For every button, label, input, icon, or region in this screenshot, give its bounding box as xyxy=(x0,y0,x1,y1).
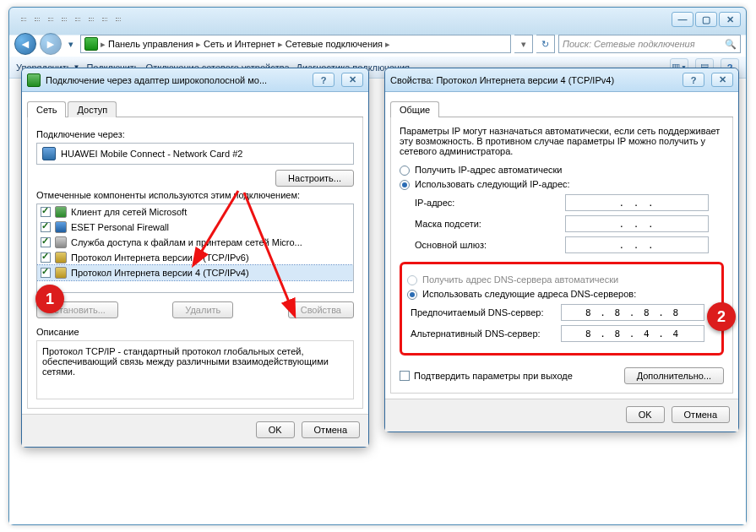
protocol-icon xyxy=(55,252,67,263)
tab-general[interactable]: Общие xyxy=(390,101,439,117)
breadcrumb-item[interactable]: Панель управления xyxy=(108,39,193,49)
subnet-mask-label: Маска подсети: xyxy=(415,219,558,229)
ip-auto-radio[interactable]: Получить IP-адрес автоматически xyxy=(400,165,724,176)
dialog-title: Свойства: Протокол Интернета версии 4 (T… xyxy=(390,75,614,85)
network-icon xyxy=(84,37,98,51)
dns-manual-radio[interactable]: Использовать следующие адреса DNS-сервер… xyxy=(407,289,716,300)
dialog-close-button[interactable]: ✕ xyxy=(341,73,363,87)
gateway-label: Основной шлюз: xyxy=(415,240,558,250)
minimize-button[interactable]: — xyxy=(672,12,693,27)
intro-text: Параметры IP могут назначаться автоматич… xyxy=(400,126,724,156)
nav-forward-button[interactable]: ► xyxy=(40,33,62,55)
title-fragments xyxy=(14,18,121,21)
adapter-card-icon xyxy=(42,147,56,160)
nav-back-button[interactable]: ◄ xyxy=(14,33,36,55)
list-item[interactable]: Протокол Интернета версии 6 (TCP/IPv6) xyxy=(37,250,353,265)
breadcrumb-dropdown[interactable]: ▾ xyxy=(514,35,533,53)
close-button[interactable]: ✕ xyxy=(719,12,741,27)
ok-button[interactable]: OK xyxy=(626,406,665,423)
confirm-on-exit-checkbox[interactable] xyxy=(400,371,410,381)
dns1-label: Предпочитаемый DNS-сервер: xyxy=(411,307,554,318)
breadcrumb-item[interactable]: Сеть и Интернет xyxy=(204,39,275,49)
breadcrumb-item[interactable]: Сетевые подключения xyxy=(286,39,383,49)
ip-address-label: IP-адрес: xyxy=(415,198,558,208)
cancel-button[interactable]: Отмена xyxy=(672,406,730,423)
dialog-footer: OK Отмена xyxy=(22,414,368,447)
description-text: Протокол TCP/IP - стандартный протокол г… xyxy=(36,340,354,399)
explorer-titlebar: — ▢ ✕ xyxy=(9,8,746,31)
dialog-help-button[interactable]: ? xyxy=(683,73,704,87)
dns2-label: Альтернативный DNS-сервер: xyxy=(411,328,554,339)
ok-button[interactable]: OK xyxy=(256,421,295,438)
annotation-badge-1: 1 xyxy=(35,285,64,313)
service-icon xyxy=(55,236,67,248)
ip-manual-radio[interactable]: Использовать следующий IP-адрес: xyxy=(400,179,724,190)
dialog-title: Подключение через адаптер широкополосной… xyxy=(46,75,267,85)
search-input[interactable]: Поиск: Сетевые подключения 🔍 xyxy=(558,35,741,53)
search-icon: 🔍 xyxy=(725,39,737,50)
description-title: Описание xyxy=(36,327,354,337)
dialog-titlebar: Свойства: Протокол Интернета версии 4 (T… xyxy=(385,68,738,92)
remove-button[interactable]: Удалить xyxy=(172,301,233,318)
properties-button[interactable]: Свойства xyxy=(288,301,354,318)
components-label: Отмеченные компоненты используются этим … xyxy=(36,190,354,200)
tab-network[interactable]: Сеть xyxy=(27,101,66,117)
connect-via-label: Подключение через: xyxy=(36,129,354,139)
adapter-field: HUAWEI Mobile Connect - Network Card #2 xyxy=(36,143,354,165)
tab-access[interactable]: Доступ xyxy=(68,101,117,117)
advanced-button[interactable]: Дополнительно... xyxy=(624,367,724,384)
dialog-help-button[interactable]: ? xyxy=(313,73,334,87)
ip-address-input[interactable]: . . . xyxy=(565,194,709,211)
dns2-input[interactable]: 8 . 8 . 4 . 4 xyxy=(561,325,704,342)
dialog-footer: OK Отмена xyxy=(385,399,738,432)
client-icon xyxy=(55,206,67,218)
confirm-on-exit-label: Подтвердить параметры при выходе xyxy=(414,371,573,381)
tabstrip: Общие xyxy=(390,100,733,117)
address-row: ◄ ► ▾ ▸ Панель управления ▸ Сеть и Интер… xyxy=(9,31,746,57)
dns1-input[interactable]: 8 . 8 . 8 . 8 xyxy=(561,304,704,321)
gateway-input[interactable]: . . . xyxy=(565,236,709,253)
checkbox[interactable] xyxy=(41,268,51,278)
nav-history-dropdown[interactable]: ▾ xyxy=(65,33,77,55)
checkbox[interactable] xyxy=(41,222,51,232)
dns-section-highlight: Получить адрес DNS-сервера автоматически… xyxy=(400,262,724,356)
adapter-icon xyxy=(27,73,41,87)
firewall-icon xyxy=(55,221,67,233)
connection-properties-dialog: Подключение через адаптер широкополосной… xyxy=(21,68,369,448)
adapter-name: HUAWEI Mobile Connect - Network Card #2 xyxy=(61,149,242,159)
search-placeholder: Поиск: Сетевые подключения xyxy=(563,39,695,49)
ipv4-properties-dialog: Свойства: Протокол Интернета версии 4 (T… xyxy=(384,68,739,432)
refresh-button[interactable]: ↻ xyxy=(536,35,555,53)
list-item-selected[interactable]: Протокол Интернета версии 4 (TCP/IPv4) xyxy=(37,265,353,280)
dns-auto-radio: Получить адрес DNS-сервера автоматически xyxy=(407,274,716,285)
list-item[interactable]: Служба доступа к файлам и принтерам сете… xyxy=(37,235,353,250)
checkbox[interactable] xyxy=(41,237,51,247)
list-item[interactable]: ESET Personal Firewall xyxy=(37,220,353,235)
configure-button[interactable]: Настроить... xyxy=(275,170,354,187)
annotation-badge-2: 2 xyxy=(707,302,736,331)
subnet-mask-input[interactable]: . . . xyxy=(565,215,709,232)
protocol-icon xyxy=(55,267,67,279)
tabstrip: Сеть Доступ xyxy=(27,100,363,117)
maximize-button[interactable]: ▢ xyxy=(695,12,717,27)
components-listbox[interactable]: Клиент для сетей Microsoft ESET Personal… xyxy=(36,204,354,293)
list-item[interactable]: Клиент для сетей Microsoft xyxy=(37,204,353,220)
checkbox[interactable] xyxy=(41,207,51,217)
checkbox[interactable] xyxy=(41,252,51,263)
cancel-button[interactable]: Отмена xyxy=(302,421,360,438)
breadcrumb[interactable]: ▸ Панель управления ▸ Сеть и Интернет ▸ … xyxy=(80,35,511,53)
dialog-titlebar: Подключение через адаптер широкополосной… xyxy=(22,68,368,92)
dialog-close-button[interactable]: ✕ xyxy=(711,73,733,87)
